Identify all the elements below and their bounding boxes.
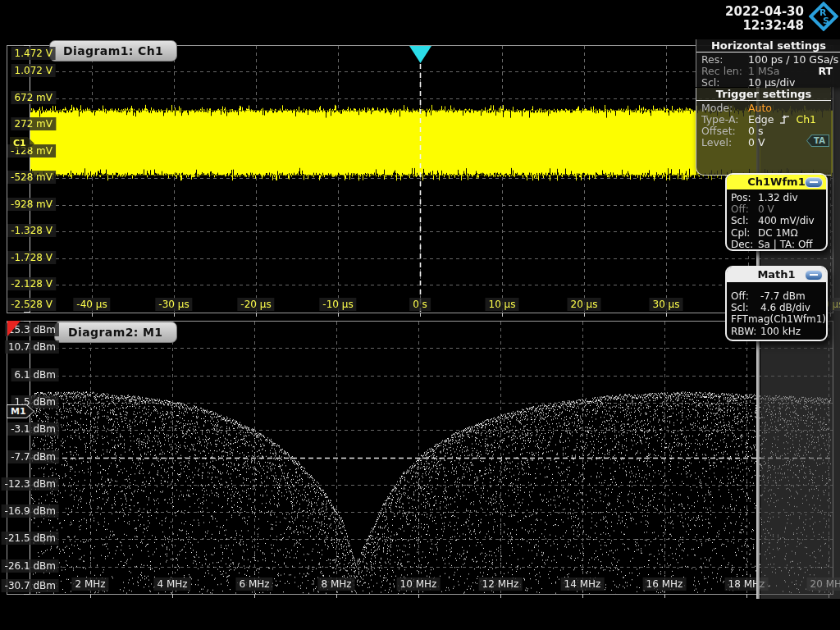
panel-title: Trigger settings bbox=[696, 88, 831, 101]
info-row: Scl:4.6 dB/div bbox=[731, 302, 822, 313]
axis-label: -21.5 dBm bbox=[2, 532, 59, 545]
axis-label: 4 MHz bbox=[153, 578, 190, 591]
tab-diagram1[interactable]: Diagram1: Ch1 bbox=[49, 40, 177, 62]
offset-row: Offset:0 s bbox=[696, 126, 831, 137]
ch1wfm1-box[interactable]: Ch1Wfm1 Pos:1.32 divOff:0 VScl:400 mV/di… bbox=[725, 173, 828, 251]
axis-label: 12 MHz bbox=[479, 578, 523, 591]
ch1wfm1-rows: Pos:1.32 divOff:0 VScl:400 mV/divCpl:DC … bbox=[727, 189, 826, 250]
axis-label: 6.1 dBm bbox=[11, 368, 59, 381]
axis-label: 20 µs bbox=[568, 298, 601, 311]
horizontal-settings-panel[interactable]: Horizontal settings Res:100 ps / 10 GSa/… bbox=[696, 39, 840, 87]
math1-rows: Off:-7.7 dBmScl:4.6 dB/divFFTmag(Ch1Wfm1… bbox=[727, 282, 826, 337]
axis-label: 1.072 V bbox=[11, 64, 56, 77]
axis-label: -928 mV bbox=[7, 198, 56, 211]
axis-label: 1.472 V bbox=[11, 47, 56, 60]
axis-label: -30.7 dBm bbox=[2, 579, 59, 592]
axis-label: 10.7 dBm bbox=[5, 340, 59, 354]
minimize-button[interactable] bbox=[805, 270, 823, 281]
axis-label: 16 MHz bbox=[643, 578, 687, 591]
panel-title: Horizontal settings bbox=[696, 39, 840, 52]
axis-label: -7.7 dBm bbox=[7, 450, 59, 463]
axis-label: -2.128 V bbox=[7, 277, 56, 290]
axis-label: 0 s bbox=[409, 298, 431, 311]
reclen-row: Rec len:1 MSa RT bbox=[696, 66, 840, 77]
axis-label: 10 µs bbox=[486, 298, 519, 311]
math1-header[interactable]: Math1 bbox=[727, 267, 826, 282]
info-row: FFTmag(Ch1Wfm1) bbox=[731, 313, 822, 325]
ch1wfm1-header[interactable]: Ch1Wfm1 bbox=[727, 175, 826, 189]
rising-edge-icon bbox=[779, 114, 790, 125]
axis-label: -12.3 dBm bbox=[2, 477, 59, 491]
scl-row: Scl:10 µs/div bbox=[696, 77, 840, 89]
tab-diagram2[interactable]: Diagram2: M1 bbox=[54, 322, 177, 343]
minimize-icon bbox=[810, 181, 818, 183]
axis-label: 14 MHz bbox=[561, 578, 605, 591]
info-row: Cpl:DC 1MΩ bbox=[731, 227, 822, 239]
oscilloscope-screen: 2022-04-30 12:32:48 R S Diagram1: Ch1 Di… bbox=[0, 0, 840, 630]
axis-label: 10 MHz bbox=[397, 578, 441, 591]
axis-label: -1.328 V bbox=[7, 224, 56, 237]
info-row: Pos:1.32 div bbox=[731, 192, 822, 203]
info-row: RBW:100 kHz bbox=[731, 326, 822, 337]
minimize-button[interactable] bbox=[805, 177, 823, 188]
axis-label: -528 mV bbox=[7, 171, 56, 184]
svg-text:S: S bbox=[823, 16, 829, 26]
mode-row: Mode:Auto bbox=[696, 103, 831, 114]
time-text: 12:32:48 bbox=[725, 19, 804, 33]
info-row: Off:-7.7 dBm bbox=[731, 290, 822, 302]
info-row: Scl:400 mV/div bbox=[731, 215, 822, 226]
axis-label: -20 µs bbox=[237, 298, 274, 311]
clock: 2022-04-30 12:32:48 bbox=[725, 5, 804, 33]
axis-label: 6 MHz bbox=[235, 578, 272, 591]
axis-label: -3.1 dBm bbox=[7, 422, 59, 436]
trigger-settings-panel[interactable]: Trigger settings Mode:Auto Type-A:Edge C… bbox=[696, 88, 831, 176]
axis-label: -30 µs bbox=[155, 298, 192, 311]
realtime-badge: RT bbox=[818, 66, 833, 77]
axis-label: 8 MHz bbox=[317, 578, 354, 591]
type-row: Type-A:Edge Ch1 bbox=[696, 114, 831, 126]
axis-label: 2 MHz bbox=[71, 578, 108, 591]
axis-label: -10 µs bbox=[319, 298, 356, 311]
math1-box[interactable]: Math1 Off:-7.7 dBmScl:4.6 dB/divFFTmag(C… bbox=[725, 266, 828, 341]
res-row: Res:100 ps / 10 GSa/s bbox=[696, 54, 840, 66]
rohde-schwarz-logo: R S bbox=[809, 2, 838, 31]
info-row: Off:0 V bbox=[731, 203, 822, 215]
axis-label: 30 µs bbox=[650, 298, 683, 311]
axis-label: 672 mV bbox=[11, 91, 56, 104]
axis-label: -1.728 V bbox=[7, 251, 56, 264]
axis-label: 272 mV bbox=[11, 117, 56, 130]
minimize-icon bbox=[810, 274, 818, 276]
axis-label: -26.1 dBm bbox=[2, 559, 59, 573]
info-row: Dec:Sa | TA: Off bbox=[731, 239, 822, 250]
axis-label: -40 µs bbox=[73, 298, 110, 311]
date-text: 2022-04-30 bbox=[725, 5, 804, 19]
axis-label: -16.9 dBm bbox=[2, 504, 59, 518]
axis-label: -2.528 V bbox=[7, 298, 56, 311]
